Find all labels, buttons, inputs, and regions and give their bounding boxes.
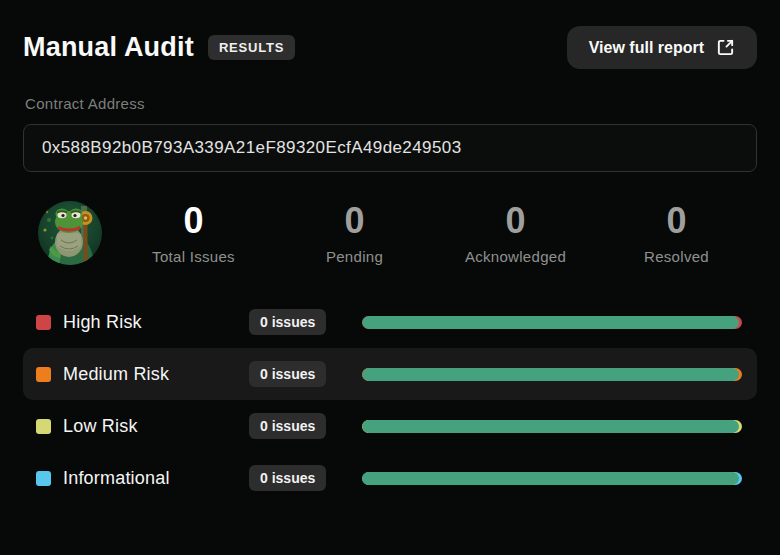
stat-total-issues-value: 0: [113, 201, 274, 241]
audit-results-page: Manual Audit RESULTS View full report Co…: [0, 0, 780, 555]
high-risk-color-swatch: [36, 315, 51, 330]
stat-pending: 0 Pending: [274, 201, 435, 266]
view-full-report-label: View full report: [589, 39, 704, 57]
informational-progress-bar: [362, 472, 742, 485]
low-risk-issues-badge: 0 issues: [249, 413, 326, 439]
medium-risk-issues-badge: 0 issues: [249, 361, 326, 387]
informational-progress-fill: [362, 472, 739, 485]
risk-breakdown-section: High Risk 0 issues Medium Risk 0 issues …: [23, 296, 757, 504]
medium-risk-progress-bar: [362, 368, 742, 381]
low-risk-color-swatch: [36, 419, 51, 434]
page-title: Manual Audit: [23, 32, 194, 63]
high-risk-progress-bar: [362, 316, 742, 329]
contract-address-input[interactable]: [23, 124, 757, 172]
stat-pending-label: Pending: [274, 248, 435, 265]
stat-total-issues-label: Total Issues: [113, 248, 274, 265]
risk-row-low[interactable]: Low Risk 0 issues: [23, 400, 757, 452]
stat-resolved: 0 Resolved: [596, 201, 757, 266]
high-risk-label: High Risk: [63, 312, 233, 333]
stat-columns: 0 Total Issues 0 Pending 0 Acknowledged …: [113, 201, 757, 266]
pepe-wizard-avatar-image: [37, 200, 103, 266]
low-risk-progress-fill: [362, 420, 739, 433]
informational-color-swatch: [36, 471, 51, 486]
informational-issues-badge: 0 issues: [249, 465, 326, 491]
medium-risk-label: Medium Risk: [63, 364, 233, 385]
stat-resolved-value: 0: [596, 201, 757, 241]
results-badge: RESULTS: [208, 35, 295, 60]
low-risk-progress-bar: [362, 420, 742, 433]
contract-address-label: Contract Address: [25, 95, 755, 112]
high-risk-progress-fill: [362, 316, 739, 329]
stat-resolved-label: Resolved: [596, 248, 757, 265]
high-risk-issues-badge: 0 issues: [249, 309, 326, 335]
stat-acknowledged-value: 0: [435, 201, 596, 241]
title-group: Manual Audit RESULTS: [23, 32, 295, 63]
header: Manual Audit RESULTS View full report: [23, 26, 757, 69]
risk-row-medium[interactable]: Medium Risk 0 issues: [23, 348, 757, 400]
view-full-report-button[interactable]: View full report: [567, 26, 757, 69]
stat-acknowledged-label: Acknowledged: [435, 248, 596, 265]
stat-acknowledged: 0 Acknowledged: [435, 201, 596, 266]
risk-row-informational[interactable]: Informational 0 issues: [23, 452, 757, 504]
avatar: [37, 200, 103, 266]
stat-total-issues: 0 Total Issues: [113, 201, 274, 266]
medium-risk-color-swatch: [36, 367, 51, 382]
medium-risk-progress-fill: [362, 368, 739, 381]
stat-pending-value: 0: [274, 201, 435, 241]
external-link-icon: [716, 38, 735, 57]
risk-row-high[interactable]: High Risk 0 issues: [23, 296, 757, 348]
informational-label: Informational: [63, 468, 233, 489]
stats-section: 0 Total Issues 0 Pending 0 Acknowledged …: [23, 200, 757, 266]
low-risk-label: Low Risk: [63, 416, 233, 437]
